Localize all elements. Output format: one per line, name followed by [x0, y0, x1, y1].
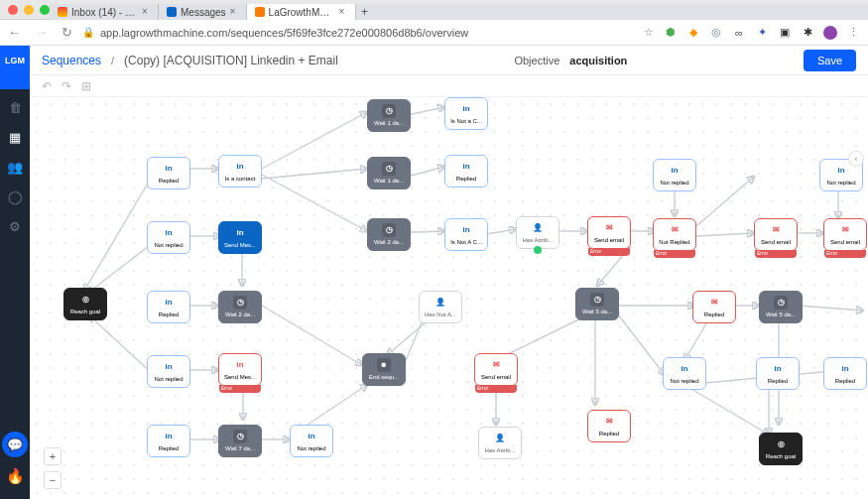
nav-back-icon[interactable]: ←: [8, 25, 21, 40]
ext-icon[interactable]: ⬢: [664, 26, 678, 40]
ext-icon[interactable]: ▣: [778, 26, 792, 40]
nav-reload-icon[interactable]: ↻: [62, 25, 72, 40]
window-maximize[interactable]: [40, 5, 50, 15]
menu-icon[interactable]: ⋮: [846, 26, 860, 40]
node-wait[interactable]: ◷Wait 2 da...: [367, 218, 411, 251]
svg-line-41: [89, 315, 154, 375]
collapse-panel-icon[interactable]: ‹: [848, 151, 864, 167]
undo-icon[interactable]: ↶: [42, 79, 52, 93]
extension-icons: ⬢ ◆ ◎ ∞ ✦ ▣ ✱ ⋮: [664, 26, 860, 40]
svg-line-1: [262, 112, 367, 169]
ext-icon[interactable]: ✦: [755, 26, 769, 40]
node-wait[interactable]: ◷Wait 2 da...: [218, 291, 262, 323]
contacts-icon[interactable]: 👥: [7, 159, 23, 175]
node-status[interactable]: inNot replied: [290, 425, 333, 457]
browser-tab-1[interactable]: Messages ×: [159, 4, 247, 20]
close-icon[interactable]: ×: [142, 8, 150, 16]
linkedin-icon: in: [771, 362, 785, 376]
objective-label: Objective: [514, 55, 559, 66]
node-wait[interactable]: ◷Wait 7 da...: [218, 425, 262, 457]
linkedin-icon: in: [459, 102, 473, 116]
node-action[interactable]: ✉Send email: [823, 218, 867, 251]
sequence-canvas[interactable]: ◷Wait 1 da... inIs Not a C... inReplied …: [30, 97, 868, 499]
svg-line-39: [684, 385, 769, 435]
grid-icon[interactable]: ⊞: [81, 79, 91, 93]
window-close[interactable]: [8, 5, 18, 15]
node-wait[interactable]: ◷Wait 5 da...: [759, 291, 803, 323]
linkedin-icon: in: [162, 226, 176, 240]
zoom-out-button[interactable]: −: [44, 471, 62, 489]
node-action[interactable]: ✉Send email: [754, 218, 798, 251]
node-status[interactable]: inReplied: [147, 157, 190, 189]
node-status[interactable]: inNot replied: [663, 357, 706, 390]
node-status[interactable]: inReplied: [147, 425, 190, 457]
redo-icon[interactable]: ↷: [62, 79, 71, 93]
node-status[interactable]: inReplied: [147, 291, 190, 323]
app-logo[interactable]: LGM: [0, 46, 30, 75]
breadcrumb-root[interactable]: Sequences: [42, 54, 101, 67]
node-status[interactable]: ✉Not Replied: [653, 218, 696, 251]
node-condition[interactable]: inIs Not a C...: [444, 97, 488, 130]
sequences-icon[interactable]: ▦: [7, 129, 23, 145]
profile-icon[interactable]: ◯: [7, 188, 23, 204]
help-widgets: 💬 🔥: [0, 432, 30, 485]
node-status[interactable]: ✉Replied: [587, 410, 631, 442]
url-text: app.lagrowthmachine.com/sequences/5f69fe…: [100, 27, 468, 39]
node-wait[interactable]: ◷Wait 1 da...: [367, 157, 411, 189]
avatar-icon[interactable]: [823, 26, 837, 40]
node-condition[interactable]: inIs a contact: [218, 155, 262, 187]
close-icon[interactable]: ×: [339, 8, 347, 16]
tab-title: LaGrowthMachine - Sales Au: [269, 7, 335, 18]
node-goal[interactable]: ◎Reach goal: [759, 433, 803, 465]
node-status[interactable]: ✉Replied: [692, 291, 736, 323]
ext-icon[interactable]: ◆: [686, 26, 700, 40]
stop-icon: ■: [377, 358, 391, 372]
star-icon[interactable]: ☆: [644, 26, 654, 39]
svg-line-34: [308, 385, 367, 425]
ext-icon[interactable]: ∞: [732, 26, 746, 40]
lock-icon: 🔒: [82, 27, 94, 38]
url-field[interactable]: 🔒 app.lagrowthmachine.com/sequences/5f69…: [82, 27, 634, 39]
window-minimize[interactable]: [24, 5, 34, 15]
node-status[interactable]: inNot replied: [147, 221, 190, 254]
nav-forward-icon[interactable]: →: [35, 25, 48, 40]
zoom-in-button[interactable]: +: [44, 447, 62, 465]
ext-icon[interactable]: ◎: [709, 26, 723, 40]
tab-title: Inbox (14) - brice@lagrowth: [71, 7, 138, 18]
clock-icon: ◷: [233, 296, 247, 310]
settings-icon[interactable]: ⚙: [7, 218, 23, 234]
node-action[interactable]: ✉Send email: [587, 216, 631, 249]
fire-icon[interactable]: 🔥: [6, 467, 25, 485]
node-action[interactable]: inSend Mes...: [218, 353, 262, 386]
node-wait[interactable]: ◷Wait 5 da...: [575, 288, 619, 320]
target-icon: ◎: [774, 437, 788, 451]
app-header: Sequences / (Copy) [ACQUISITION] Linkedi…: [30, 46, 868, 75]
node-action[interactable]: ✉Send email: [474, 353, 518, 386]
browser-tab-0[interactable]: Inbox (14) - brice@lagrowth ×: [50, 4, 159, 20]
browser-tab-2[interactable]: LaGrowthMachine - Sales Au ×: [247, 4, 356, 20]
save-button[interactable]: Save: [804, 50, 856, 71]
node-condition[interactable]: inIs Not A C...: [444, 218, 488, 251]
zoom-controls: + −: [44, 447, 62, 489]
node-end[interactable]: ■End sequ...: [362, 353, 406, 386]
node-condition[interactable]: 👤Has Not A...: [419, 291, 462, 323]
node-wait[interactable]: ◷Wait 1 da...: [367, 99, 411, 132]
node-status[interactable]: inNot replied: [653, 159, 696, 191]
mail-icon: ✉: [707, 296, 721, 310]
linkedin-icon: in: [678, 362, 691, 376]
node-status[interactable]: inNot replied: [147, 355, 190, 388]
node-status[interactable]: inReplied: [444, 155, 488, 187]
close-icon[interactable]: ×: [230, 8, 238, 16]
inbox-icon[interactable]: 🗑: [7, 99, 23, 115]
node-condition[interactable]: 👤Has Attrib...: [516, 216, 559, 249]
node-status[interactable]: inReplied: [823, 357, 867, 390]
ext-icon[interactable]: ✱: [801, 26, 814, 40]
clock-icon: ◷: [590, 293, 604, 307]
node-action[interactable]: inSend Mes...: [218, 221, 262, 254]
linkedin-icon: [167, 7, 177, 17]
new-tab-button[interactable]: +: [356, 4, 374, 20]
node-condition[interactable]: 👤Has Attrib...: [478, 427, 522, 459]
chat-icon[interactable]: 💬: [2, 432, 28, 457]
node-goal[interactable]: ◎Reach goal: [63, 288, 107, 320]
node-status[interactable]: inReplied: [756, 357, 800, 390]
